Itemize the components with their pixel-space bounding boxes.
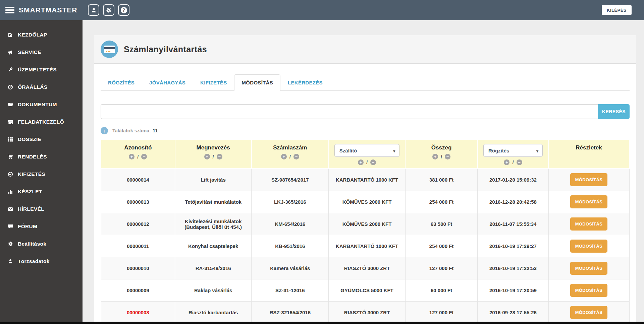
cell-osszeg: 127 000 Ft (405, 302, 478, 324)
row-modositas-button[interactable]: MÓDOSÍTÁS (570, 240, 607, 253)
sort-plus-icon[interactable] (204, 154, 210, 159)
settings-button[interactable] (103, 4, 114, 16)
sort-separator (512, 159, 514, 165)
row-modositas-button[interactable]: MÓDOSÍTÁS (570, 306, 607, 319)
cell-rogzites: 2016-10-19 17:20:59 (478, 279, 548, 302)
megaphone-icon (7, 50, 13, 55)
row-modositas-button[interactable]: MÓDOSÍTÁS (570, 173, 607, 186)
sidebar-item-forum[interactable]: FÓRUM (0, 218, 83, 235)
gear-icon (7, 241, 13, 247)
arrow-down-circle-icon (101, 127, 108, 134)
cell-megnevezes: Riasztó karbantartás (175, 302, 252, 324)
sidebar-item-torzsadatok[interactable]: Törzsadatok (0, 253, 83, 270)
cell-osszeg: 381 000 Ft (405, 169, 478, 191)
sidebar-item-dosszie[interactable]: DOSSZIÉ (0, 131, 83, 148)
bottom-edge-strip (0, 322, 644, 324)
check-circle-icon (7, 172, 13, 177)
cell-szamlaszam: LKJ-365/2016 (252, 191, 329, 213)
cell-megnevezes: Raklap vásárlás (175, 279, 252, 302)
calendar-icon (7, 119, 13, 125)
sidebar-item-uzemeltetes[interactable]: ÜZEMELTETÉS (0, 61, 83, 78)
cell-szamlaszam: SZ-31-12016 (252, 279, 329, 302)
cell-azonosito: 00000012 (101, 213, 175, 235)
wrench-icon (7, 67, 13, 72)
cell-azonosito: 00000010 (101, 257, 175, 279)
sort-controls-megnevezes (177, 154, 249, 159)
col-megnevezes: Megnevezés (175, 139, 252, 169)
invoice-row: 00000013 Tetőjavítási munkálatok LKJ-365… (101, 191, 629, 213)
tab-rogzites[interactable]: RÖGZÍTÉS (101, 74, 142, 91)
credit-card-icon (104, 46, 115, 53)
sort-plus-icon[interactable] (281, 154, 287, 159)
sort-plus-icon[interactable] (504, 159, 509, 165)
sort-plus-icon[interactable] (129, 154, 135, 159)
logout-button[interactable]: KILÉPÉS (602, 5, 632, 15)
sidebar-item-label: DOKUMENTUM (18, 102, 57, 108)
sidebar-item-dokumentum[interactable]: DOKUMENTUM (0, 96, 83, 113)
row-modositas-button[interactable]: MÓDOSÍTÁS (570, 284, 607, 297)
menu-toggle-button[interactable] (5, 7, 14, 13)
col-szallito: Szállító (329, 139, 405, 169)
cell-szamlaszam: KB-951/2016 (252, 235, 329, 257)
sort-minus-icon[interactable] (517, 159, 522, 165)
tab-lekerdezes[interactable]: LEKÉRDEZÉS (280, 74, 330, 91)
search-button[interactable]: KERESÉS (598, 104, 630, 119)
results-summary: Találatok száma: 11 (101, 127, 630, 134)
user-account-button[interactable] (88, 4, 99, 16)
col-szamlaszam: Számlaszám (252, 139, 329, 169)
cell-szamlaszam: KM-654/2016 (252, 213, 329, 235)
user-icon (91, 7, 97, 13)
invoice-row: 00000012 Kivitelezési munkálatok (Budape… (101, 213, 629, 235)
gear-icon (106, 7, 112, 13)
sidebar-item-label: FÓRUM (18, 223, 37, 230)
supplier-filter-select[interactable]: Szállító (334, 144, 399, 157)
cell-megnevezes: Konyhai csaptelepek (175, 235, 252, 257)
sort-plus-icon[interactable] (432, 154, 438, 159)
sidebar-item-hirlevel[interactable]: HÍRLEVÉL (0, 200, 83, 218)
tab-modositas[interactable]: MÓDOSÍTÁS (234, 74, 280, 91)
tab-kifizetes[interactable]: KIFIZETÉS (193, 74, 234, 91)
sidebar-item-label: ÜZEMELTETÉS (18, 67, 57, 73)
row-modositas-button[interactable]: MÓDOSÍTÁS (570, 262, 607, 275)
col-reszletek: Részletek (548, 139, 629, 169)
sidebar-item-label: Beállítások (18, 241, 46, 247)
sort-minus-icon[interactable] (217, 154, 222, 159)
sidebar-item-label: SERVICE (18, 49, 41, 55)
sort-minus-icon[interactable] (445, 154, 450, 159)
cell-reszletek: MÓDOSÍTÁS (548, 191, 629, 213)
row-modositas-button[interactable]: MÓDOSÍTÁS (570, 217, 607, 231)
sort-minus-icon[interactable] (370, 159, 376, 165)
sidebar-item-label: KEZDŐLAP (18, 32, 47, 38)
sidebar-item-service[interactable]: SERVICE (0, 44, 83, 61)
cell-osszeg: 63 500 Ft (405, 213, 478, 235)
sort-minus-icon[interactable] (141, 154, 147, 159)
sidebar-item-keszlet[interactable]: KÉSZLET (0, 183, 83, 200)
sidebar-item-oraallas[interactable]: ÓRAÁLLÁS (0, 78, 83, 96)
tab-jovahagyas[interactable]: JÓVÁHAGYÁS (142, 74, 193, 91)
sidebar-item-kifizetes[interactable]: KIFIZETÉS (0, 166, 83, 183)
sort-minus-icon[interactable] (293, 154, 299, 159)
page-title: Számlanyilvántartás (124, 45, 207, 54)
sort-plus-icon[interactable] (358, 159, 364, 165)
search-input[interactable] (101, 104, 598, 119)
cell-rogzites: 2016-10-19 17:29:27 (478, 235, 548, 257)
sidebar-item-beallitasok[interactable]: Beállítások (0, 235, 83, 253)
cell-rogzites: 2016-10-19 17:22:53 (478, 257, 548, 279)
cart-icon (7, 154, 13, 159)
sort-controls-rogzites (480, 159, 546, 165)
help-button[interactable] (118, 4, 129, 16)
sidebar-nav: KEZDŐLAP SERVICE ÜZEMELTETÉS ÓRAÁLLÁS DO… (0, 20, 83, 270)
invoice-table-body: 00000014 Lift javítás SZ-987654/2017 KAR… (101, 169, 629, 324)
sort-separator (366, 159, 368, 165)
sidebar-item-label: KÉSZLET (18, 189, 42, 195)
sidebar-item-kezdolap[interactable]: KEZDŐLAP (0, 26, 83, 44)
results-label: Találatok száma: (112, 128, 151, 133)
sidebar-item-feladatkezelo[interactable]: FELADATKEZELŐ (0, 113, 83, 131)
recorded-filter-select[interactable]: Rögzítés (483, 144, 543, 157)
topbar: SMARTMASTER KILÉPÉS (0, 0, 644, 20)
row-modositas-button[interactable]: MÓDOSÍTÁS (570, 195, 607, 208)
cell-megnevezes: Lift javítás (175, 169, 252, 191)
sort-separator (441, 154, 442, 159)
sidebar: KEZDŐLAP SERVICE ÜZEMELTETÉS ÓRAÁLLÁS DO… (0, 20, 83, 324)
sidebar-item-rendeles[interactable]: RENDELÉS (0, 148, 83, 166)
